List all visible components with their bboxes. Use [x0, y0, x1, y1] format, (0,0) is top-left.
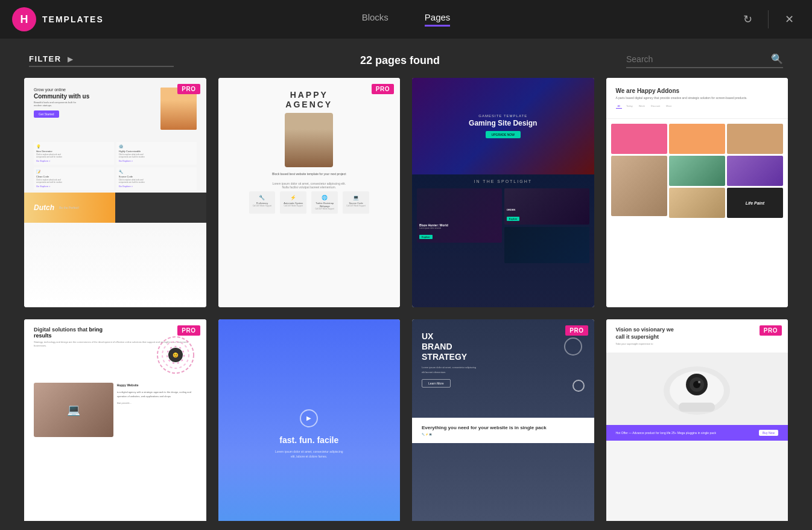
card-agency-desc: Block based best website template for yo…: [272, 172, 346, 176]
search-icon: 🔍: [771, 53, 783, 65]
search-wrapper: 🔍: [626, 53, 783, 68]
filter-bar: FILTER ▶ 22 pages found 🔍: [0, 39, 812, 78]
card-community-subtitle: Grow your online: [34, 88, 89, 92]
card-fff[interactable]: ▶ fast. fun. facile Lorem ipsum dolor si…: [218, 319, 401, 521]
pro-badge: PRO: [177, 84, 200, 94]
card-addons-title: We are Happy Addons: [616, 88, 779, 94]
card-agency-hero: [285, 113, 333, 167]
card-digital-spiral: 😊: [154, 334, 197, 376]
feature-item: ⚙️ Highly Customizable Click to explore …: [116, 142, 197, 165]
header-tabs: Blocks Pages: [133, 12, 679, 27]
card-gaming-grid: Blaze Hunter: World Lorem ipsum dolor si…: [412, 188, 594, 263]
feature-item: 🔧 Source Code Click to explore what tool…: [116, 167, 197, 190]
template-grid: PRO Grow your online Community with us B…: [0, 78, 812, 521]
header-actions: ↻ ✕: [679, 8, 800, 30]
card-gaming[interactable]: GAMESITE TEMPLATE Gaming Site Design UPG…: [412, 78, 594, 307]
search-section: 🔍: [614, 53, 783, 68]
card-community-bottom-text: Dutch: [34, 203, 54, 212]
card-super-desc: Take your supersight experience to: [616, 342, 779, 345]
card-community-title: Community with us: [34, 93, 89, 100]
pro-badge: PRO: [565, 325, 588, 336]
filter-section: FILTER ▶: [29, 54, 186, 67]
pro-badge: PRO: [177, 325, 200, 336]
card-gaming-cta: UPGRADE NOW: [486, 131, 521, 138]
svg-rect-10: [679, 403, 715, 412]
card-addons[interactable]: We are Happy Addons A paris based digita…: [606, 78, 788, 307]
card-ux[interactable]: PRO UXBRANDSTRATEGY Lorem ipsum dolor si…: [412, 319, 594, 521]
card-agency-features: 🔧 Proficiency Call 24/7 Mode Support ⚡ A…: [249, 191, 369, 214]
card-fff-icon: ▶: [300, 409, 318, 427]
card-addons-gallery: Life Paint: [606, 119, 788, 223]
card-ux-title: UXBRANDSTRATEGY: [422, 331, 585, 362]
close-button[interactable]: ✕: [778, 8, 800, 30]
card-super-bar: Hot Offer — Advance product for long lif…: [606, 425, 788, 441]
card-super-title: Vision so visionary wecall it supersight: [616, 327, 779, 340]
card-super[interactable]: PRO Vision so visionary wecall it supers…: [606, 319, 788, 521]
card-fff-content: ▶ fast. fun. facile Lorem ipsum dolor si…: [218, 319, 401, 521]
card-community[interactable]: PRO Grow your online Community with us B…: [24, 78, 206, 307]
search-input[interactable]: [626, 54, 771, 64]
logo-area: H TEMPLATES: [12, 7, 133, 31]
card-super-camera: [606, 353, 788, 425]
card-ux-bottom: Everything you need for your website is …: [412, 418, 594, 443]
pages-found-count: 22 pages found: [186, 54, 614, 67]
filter-underline: [29, 66, 174, 67]
divider: [768, 10, 769, 28]
card-addons-header: We are Happy Addons A paris based digita…: [606, 78, 788, 119]
card-ux-btn: Learn More: [422, 379, 451, 388]
pro-badge: PRO: [372, 84, 394, 94]
card-ux-desc: Lorem ipsum dolor sit amet, consectetur …: [422, 365, 585, 374]
refresh-button[interactable]: ↻: [737, 8, 758, 30]
pro-badge: PRO: [760, 325, 782, 336]
tab-blocks[interactable]: Blocks: [362, 12, 389, 27]
card-fff-title: fast. fun. facile: [279, 435, 338, 445]
card-community-cta: Get Started: [34, 110, 59, 118]
card-gaming-title: Gaming Site Design: [469, 119, 537, 127]
app-title: TEMPLATES: [42, 14, 104, 24]
filter-arrow-icon[interactable]: ▶: [68, 55, 73, 63]
card-fff-desc: Lorem ipsum dolor sit amet, consectetur …: [275, 449, 343, 459]
logo-icon: H: [12, 7, 36, 31]
header: H TEMPLATES Blocks Pages ↻ ✕: [0, 0, 812, 39]
filter-label: FILTER: [29, 54, 62, 63]
feature-item: 📝 Clean Code Click to explore what tools…: [34, 167, 114, 190]
card-super-header: Vision so visionary wecall it supersight…: [606, 319, 788, 353]
tab-pages[interactable]: Pages: [425, 12, 451, 27]
svg-point-9: [698, 381, 700, 383]
card-community-features: 💡 Idea Generator Click to explore what t…: [24, 139, 206, 193]
card-community-bottom: Dutch Be the Perfect!: [24, 193, 206, 223]
card-agency[interactable]: PRO HAPPYAGENCY Block based best website…: [218, 78, 401, 307]
close-icon: ✕: [785, 13, 794, 26]
card-addons-tabs: All Today Week Discount More: [616, 104, 779, 109]
card-agency-logo: HAPPYAGENCY: [285, 90, 332, 109]
feature-item: 💡 Idea Generator Click to explore what t…: [34, 142, 114, 165]
card-addons-desc: A paris based digital agency that provid…: [616, 96, 779, 100]
card-ux-circle: [564, 337, 582, 356]
card-gaming-hero: GAMESITE TEMPLATE Gaming Site Design UPG…: [412, 78, 594, 174]
card-digital[interactable]: PRO Digital solutions that bringresults …: [24, 319, 206, 521]
card-super-bar-btn: Buy Now: [759, 430, 778, 436]
refresh-icon: ↻: [743, 13, 752, 26]
